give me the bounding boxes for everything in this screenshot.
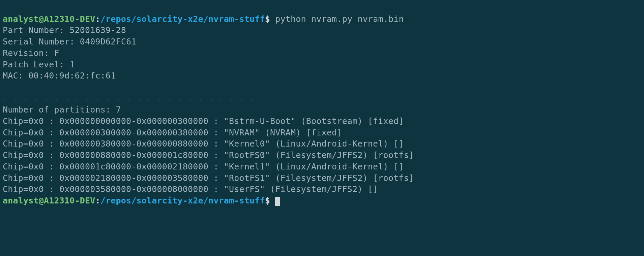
prompt-user-host: analyst@A12310-DEV xyxy=(3,14,95,24)
prompt-dollar: $ xyxy=(265,196,275,205)
output-partition-0: Chip=0x0 : 0x000000000000-0x000000300000… xyxy=(3,116,404,126)
prompt-colon: : xyxy=(95,14,100,24)
prompt-colon: : xyxy=(95,196,100,205)
output-partition-4: Chip=0x0 : 0x000001c80000-0x000002180000… xyxy=(3,162,404,171)
prompt-path: /repos/solarcity-x2e/nvram-stuff xyxy=(100,14,265,24)
output-patch-level: Patch Level: 1 xyxy=(3,60,75,69)
output-revision: Revision: F xyxy=(3,48,59,58)
terminal[interactable]: analyst@A12310-DEV:/repos/solarcity-x2e/… xyxy=(0,0,644,209)
prompt-user-host: analyst@A12310-DEV xyxy=(3,196,95,205)
output-partition-2: Chip=0x0 : 0x000000380000-0x000000880000… xyxy=(3,139,404,149)
output-serial-number: Serial Number: 0409D62FC61 xyxy=(3,37,137,46)
output-part-number: Part Number: 52001639-28 xyxy=(3,25,126,35)
output-mac: MAC: 00:40:9d:62:fc:61 xyxy=(3,71,116,81)
prompt-path: /repos/solarcity-x2e/nvram-stuff xyxy=(100,196,265,205)
command-text: python nvram.py nvram.bin xyxy=(275,14,404,24)
prompt-line-2[interactable]: analyst@A12310-DEV:/repos/solarcity-x2e/… xyxy=(3,196,280,205)
output-partition-5: Chip=0x0 : 0x000002180000-0x000003580000… xyxy=(3,173,414,183)
output-separator: - - - - - - - - - - - - - - - - - - - - … xyxy=(3,94,255,103)
output-partition-1: Chip=0x0 : 0x000000300000-0x000000380000… xyxy=(3,128,342,137)
output-partition-6: Chip=0x0 : 0x000003580000-0x000008000000… xyxy=(3,184,378,194)
cursor-icon xyxy=(275,197,280,206)
prompt-line-1: analyst@A12310-DEV:/repos/solarcity-x2e/… xyxy=(3,14,404,24)
output-partition-3: Chip=0x0 : 0x000000880000-0x000001c80000… xyxy=(3,150,414,160)
output-partitions-header: Number of partitions: 7 xyxy=(3,105,121,115)
prompt-dollar: $ xyxy=(265,14,275,24)
